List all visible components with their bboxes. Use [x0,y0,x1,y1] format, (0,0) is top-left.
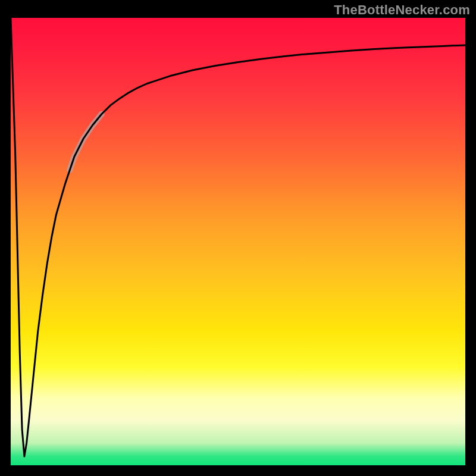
plot-area [0,18,476,476]
figure-container: TheBottleNecker.com [0,0,476,476]
attribution-text: TheBottleNecker.com [334,2,470,18]
plot-svg [11,18,465,465]
bottleneck-curve [11,18,465,456]
curve-highlight-segment [70,114,102,170]
